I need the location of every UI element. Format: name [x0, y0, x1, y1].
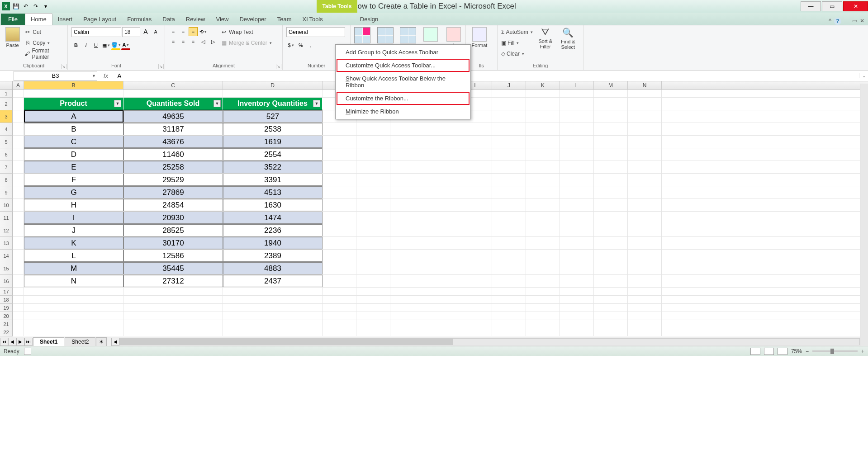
font-name-input[interactable]: [71, 27, 121, 37]
format-cells-button[interactable]: Format: [470, 27, 489, 48]
col-header-C[interactable]: C: [123, 81, 223, 89]
cell[interactable]: [13, 186, 24, 198]
cell[interactable]: 2437: [223, 275, 323, 287]
font-size-input[interactable]: [122, 27, 140, 37]
cell[interactable]: [390, 320, 424, 328]
cell[interactable]: [492, 110, 526, 123]
row-header[interactable]: 13: [0, 237, 13, 250]
cell[interactable]: [594, 237, 628, 249]
fx-icon[interactable]: fx: [104, 72, 108, 79]
cell[interactable]: I: [24, 212, 123, 224]
cell[interactable]: [594, 136, 628, 148]
cell-styles-button[interactable]: [400, 27, 416, 43]
cell[interactable]: [323, 174, 356, 186]
cell[interactable]: [356, 148, 390, 161]
cell[interactable]: 1630: [223, 199, 323, 211]
cell[interactable]: [323, 186, 356, 198]
cell[interactable]: [424, 296, 458, 303]
cell[interactable]: [628, 186, 662, 198]
col-header-D[interactable]: D: [223, 81, 323, 89]
tab-design[interactable]: Design: [355, 14, 384, 25]
row-header[interactable]: 21: [0, 320, 13, 328]
font-launcher-icon[interactable]: ↘: [158, 64, 164, 69]
cell[interactable]: [123, 320, 223, 328]
sort-filter-button[interactable]: ᗊSort & Filter: [536, 27, 555, 49]
new-sheet-icon[interactable]: ✶: [96, 337, 107, 346]
cell[interactable]: [526, 250, 560, 262]
cell[interactable]: [594, 110, 628, 123]
row-header[interactable]: 10: [0, 199, 13, 212]
cell[interactable]: [492, 312, 526, 320]
row-header[interactable]: 2: [0, 98, 13, 110]
cell[interactable]: [424, 212, 458, 224]
cell[interactable]: [560, 136, 594, 148]
cell[interactable]: [356, 224, 390, 236]
tab-team[interactable]: Team: [272, 14, 297, 25]
cell[interactable]: [560, 312, 594, 320]
cell[interactable]: [492, 186, 526, 198]
cell[interactable]: [390, 174, 424, 186]
cell[interactable]: [458, 275, 492, 287]
cell[interactable]: [13, 98, 24, 110]
cell[interactable]: [560, 237, 594, 249]
cell[interactable]: B: [24, 123, 123, 135]
cell[interactable]: [594, 328, 628, 336]
cell[interactable]: [424, 275, 458, 287]
cell[interactable]: [223, 304, 323, 312]
hscroll-track[interactable]: [119, 338, 860, 345]
row-header[interactable]: 12: [0, 224, 13, 237]
row-header[interactable]: 4: [0, 123, 13, 136]
cell[interactable]: [560, 275, 594, 287]
tab-home[interactable]: Home: [25, 13, 52, 25]
zoom-handle[interactable]: [830, 349, 834, 354]
cell[interactable]: C: [24, 136, 123, 148]
cell[interactable]: 12586: [123, 250, 223, 262]
cell[interactable]: [594, 199, 628, 211]
cell[interactable]: 2236: [223, 224, 323, 236]
sheet-first-icon[interactable]: ⏮: [0, 338, 8, 346]
alignment-launcher-icon[interactable]: ↘: [276, 64, 281, 69]
cell[interactable]: [526, 237, 560, 249]
cell[interactable]: G: [24, 186, 123, 198]
row-header[interactable]: 15: [0, 262, 13, 275]
cell[interactable]: [628, 304, 662, 312]
cell[interactable]: [13, 296, 24, 303]
cell[interactable]: N: [24, 275, 123, 287]
cell[interactable]: [560, 174, 594, 186]
cell[interactable]: [594, 320, 628, 328]
row-header[interactable]: 11: [0, 212, 13, 224]
currency-button[interactable]: $: [286, 41, 295, 50]
row-header[interactable]: 20: [0, 312, 13, 320]
cell[interactable]: [356, 212, 390, 224]
zoom-slider[interactable]: [812, 350, 858, 352]
hscroll-left-icon[interactable]: ◀: [111, 338, 119, 346]
cell[interactable]: 4883: [223, 262, 323, 274]
cell[interactable]: [594, 212, 628, 224]
cell[interactable]: [356, 312, 390, 320]
cell[interactable]: [594, 296, 628, 303]
name-box[interactable]: B3▼: [14, 71, 97, 81]
sheet-next-icon[interactable]: ▶: [16, 338, 24, 346]
ribbon-min-icon[interactable]: —: [844, 18, 849, 25]
row-header[interactable]: 19: [0, 304, 13, 312]
cell[interactable]: [594, 312, 628, 320]
cell[interactable]: [323, 262, 356, 274]
cell[interactable]: [390, 275, 424, 287]
cell[interactable]: 27869: [123, 186, 223, 198]
cell[interactable]: [492, 161, 526, 173]
cell[interactable]: [594, 98, 628, 110]
cell[interactable]: [526, 328, 560, 336]
cell[interactable]: [560, 161, 594, 173]
cell[interactable]: [458, 199, 492, 211]
cell[interactable]: [13, 312, 24, 320]
cell[interactable]: 2538: [223, 123, 323, 135]
cell[interactable]: [323, 312, 356, 320]
indent-inc-icon[interactable]: ▷: [209, 37, 218, 46]
cell[interactable]: [458, 161, 492, 173]
name-box-dropdown-icon[interactable]: ▼: [92, 74, 96, 78]
paste-button[interactable]: Paste: [4, 27, 21, 48]
cell[interactable]: [390, 312, 424, 320]
col-header-K[interactable]: K: [526, 81, 560, 89]
cell[interactable]: [526, 161, 560, 173]
cell[interactable]: [323, 224, 356, 236]
